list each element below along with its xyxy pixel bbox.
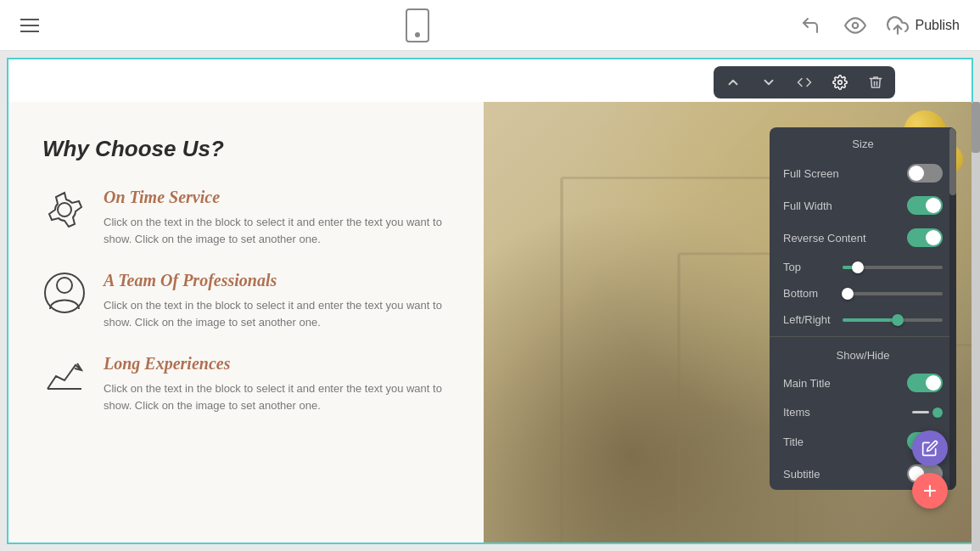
bottom-slider[interactable] [843, 292, 943, 295]
left-right-label: Left/Right [783, 313, 834, 326]
bottom-label: Bottom [783, 287, 834, 300]
main-area: Why Choose Us? On Time Service Click on … [0, 51, 980, 551]
subtitle-label: Subtitle [783, 468, 820, 481]
preview-button[interactable] [841, 11, 870, 40]
items-toggle-area[interactable] [912, 408, 943, 418]
fab-add-icon: + [923, 479, 937, 503]
header-right: Publish [797, 11, 960, 40]
feature-text-2: A Team Of Professionals Click on the tex… [104, 271, 450, 330]
move-down-button[interactable] [758, 71, 780, 93]
full-screen-label: Full Screen [783, 167, 839, 180]
left-right-row: Left/Right [770, 306, 956, 333]
bottom-row: Bottom [770, 280, 956, 306]
items-row: Items [770, 399, 956, 425]
feature-text-3: Long Experiences Click on the text in th… [104, 354, 450, 413]
top-label: Top [783, 261, 834, 273]
header-center [406, 8, 429, 42]
delete-button[interactable] [865, 71, 887, 93]
feature-item-2: A Team Of Professionals Click on the tex… [42, 271, 450, 330]
items-label: Items [783, 406, 810, 419]
person-icon [42, 271, 87, 315]
full-screen-toggle[interactable] [907, 164, 943, 183]
top-slider[interactable] [843, 266, 943, 269]
panel-scrollbar-thumb [949, 127, 956, 195]
svg-point-4 [57, 278, 72, 293]
full-width-row: Full Width [770, 189, 956, 222]
feature-title-1[interactable]: On Time Service [104, 188, 450, 207]
fab-edit-button[interactable] [912, 430, 948, 466]
publish-label: Publish [916, 18, 960, 33]
menu-icon[interactable] [20, 19, 39, 32]
canvas-area: Why Choose Us? On Time Service Click on … [7, 58, 973, 544]
top-row: Top [770, 254, 956, 280]
reverse-content-toggle[interactable] [907, 228, 943, 247]
code-button[interactable] [793, 71, 815, 93]
title-label: Title [783, 436, 804, 448]
reverse-content-row: Reverse Content [770, 222, 956, 254]
feature-text-1: On Time Service Click on the text in the… [104, 188, 450, 247]
feature-title-2[interactable]: A Team Of Professionals [104, 271, 450, 290]
full-screen-row: Full Screen [770, 157, 956, 189]
section-divider [770, 336, 956, 337]
element-toolbar [714, 66, 895, 98]
show-hide-section-title: Show/Hide [770, 340, 956, 367]
left-right-slider[interactable] [843, 318, 943, 322]
feature-desc-3[interactable]: Click on the text in the block to select… [104, 380, 450, 413]
svg-point-0 [852, 22, 858, 28]
full-width-label: Full Width [783, 200, 832, 212]
svg-point-2 [838, 81, 843, 85]
feature-title-3[interactable]: Long Experiences [104, 354, 450, 374]
main-title-toggle[interactable] [907, 374, 943, 392]
undo-button[interactable] [797, 12, 824, 39]
chart-icon [42, 354, 87, 398]
svg-point-3 [58, 203, 71, 216]
main-scrollbar[interactable] [972, 102, 980, 551]
settings-button[interactable] [829, 71, 851, 93]
feature-desc-2[interactable]: Click on the text in the block to select… [104, 297, 450, 330]
main-scrollbar-thumb [972, 102, 980, 153]
feature-desc-1[interactable]: Click on the text in the block to select… [104, 214, 450, 247]
gear-icon [42, 188, 87, 232]
main-title-row: Main Title [770, 367, 956, 399]
header-left [20, 19, 39, 32]
main-title-label: Main Title [783, 377, 831, 390]
mobile-preview-icon[interactable] [406, 8, 429, 42]
move-up-button[interactable] [722, 71, 744, 93]
feature-item-1: On Time Service Click on the text in the… [42, 188, 450, 247]
feature-item-3: Long Experiences Click on the text in th… [42, 354, 450, 413]
section-title[interactable]: Why Choose Us? [42, 136, 450, 162]
left-content-panel: Why Choose Us? On Time Service Click on … [8, 102, 484, 543]
publish-button[interactable]: Publish [887, 14, 960, 37]
full-width-toggle[interactable] [907, 196, 943, 215]
size-section-title: Size [770, 127, 956, 157]
panel-scrollbar[interactable] [949, 127, 956, 490]
reverse-content-label: Reverse Content [783, 232, 866, 245]
header-bar: Publish [0, 0, 980, 51]
fab-add-button[interactable]: + [912, 473, 948, 509]
